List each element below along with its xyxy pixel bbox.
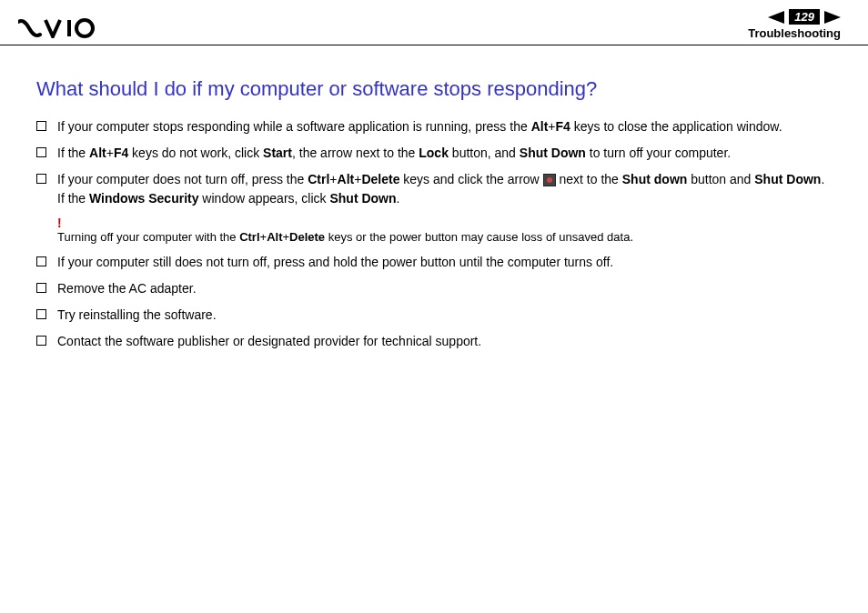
nav-prev-icon[interactable] <box>768 11 784 24</box>
bullet-item: If the Alt+F4 keys do not work, click St… <box>36 144 832 163</box>
page-number: 129 <box>789 9 820 25</box>
bullet-item: If your computer does not turn off, pres… <box>36 170 832 208</box>
shutdown-arrow-icon <box>543 174 556 186</box>
page-title: What should I do if my computer or softw… <box>36 77 832 101</box>
bullet-list: If your computer stops responding while … <box>36 117 832 351</box>
vaio-logo <box>18 18 109 38</box>
bullet-marker-icon <box>36 336 46 346</box>
page-header: 129 Troubleshooting <box>0 0 868 45</box>
bullet-text: If the Alt+F4 keys do not work, click St… <box>57 144 832 163</box>
header-right: 129 Troubleshooting <box>748 9 841 40</box>
bullet-marker-icon <box>36 174 46 184</box>
page-nav: 129 <box>748 9 841 25</box>
bullet-item: Try reinstalling the software. <box>36 306 832 325</box>
bullet-marker-icon <box>36 309 46 319</box>
bullet-text: If your computer still does not turn off… <box>57 253 832 272</box>
bullet-text: If your computer does not turn off, pres… <box>57 170 832 208</box>
bullet-item: If your computer stops responding while … <box>36 117 832 136</box>
nav-next-icon[interactable] <box>824 11 841 24</box>
warning-text: Turning off your computer with the Ctrl+… <box>57 230 832 244</box>
bullet-marker-icon <box>36 256 46 266</box>
warning-block: !Turning off your computer with the Ctrl… <box>57 216 832 244</box>
svg-rect-0 <box>67 20 71 36</box>
bullet-text: If your computer stops responding while … <box>57 117 832 136</box>
bullet-text: Try reinstalling the software. <box>57 306 832 325</box>
bullet-marker-icon <box>36 147 46 157</box>
bullet-item: Contact the software publisher or design… <box>36 332 832 351</box>
bullet-item: Remove the AC adapter. <box>36 279 832 298</box>
content: What should I do if my computer or softw… <box>0 45 868 377</box>
bullet-text: Remove the AC adapter. <box>57 279 832 298</box>
section-name: Troubleshooting <box>748 26 841 40</box>
bullet-marker-icon <box>36 121 46 131</box>
bullet-text: Contact the software publisher or design… <box>57 332 832 351</box>
bullet-item: If your computer still does not turn off… <box>36 253 832 272</box>
warning-mark-icon: ! <box>57 216 832 230</box>
svg-point-1 <box>76 20 93 36</box>
bullet-marker-icon <box>36 283 46 293</box>
